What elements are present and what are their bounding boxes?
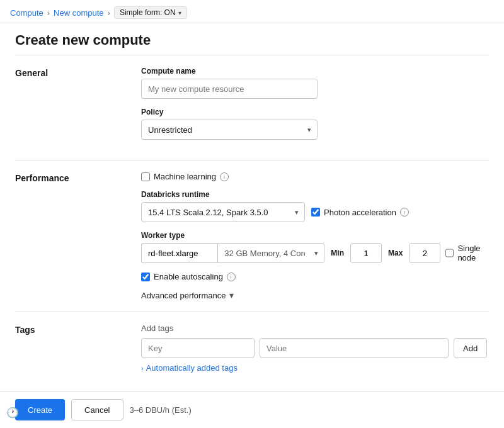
worker-specs-wrapper: 32 GB Memory, 4 Cores ▾ xyxy=(217,243,324,263)
compute-name-field: Compute name xyxy=(141,67,489,99)
machine-learning-checkbox[interactable] xyxy=(141,172,150,181)
add-tag-button[interactable]: Add xyxy=(454,338,487,358)
machine-learning-row: Machine learning i xyxy=(141,172,493,181)
worker-name-select[interactable]: rd-fleet.xlarge xyxy=(141,243,217,263)
performance-section: Performance Machine learning i Databrick… xyxy=(15,160,489,312)
create-button[interactable]: Create xyxy=(15,399,65,420)
breadcrumb-compute[interactable]: Compute xyxy=(10,8,43,18)
runtime-select-wrapper: 15.4 LTS Scala 2.12, Spark 3.5.0 ▾ xyxy=(141,202,305,222)
single-node-row: Single node xyxy=(445,244,493,262)
auto-tags-row[interactable]: › Automatically added tags xyxy=(141,363,489,373)
simple-form-arrow-icon: ▾ xyxy=(178,9,181,16)
autoscaling-label: Enable autoscaling xyxy=(154,272,223,281)
performance-section-label: Performance xyxy=(15,172,141,300)
add-tags-label: Add tags xyxy=(141,324,489,333)
min-max-row: Min Max xyxy=(331,243,440,263)
photon-info-icon[interactable]: i xyxy=(400,208,409,217)
autoscaling-info-icon[interactable]: i xyxy=(227,273,236,281)
policy-field: Policy Unrestricted ▾ xyxy=(141,108,489,140)
photon-checkbox[interactable] xyxy=(311,208,320,217)
breadcrumb-sep-2: › xyxy=(108,8,110,18)
policy-select[interactable]: Unrestricted xyxy=(141,120,318,140)
breadcrumb-new-compute[interactable]: New compute xyxy=(54,8,103,18)
auto-tags-label: Automatically added tags xyxy=(146,363,238,373)
auto-tags-arrow-icon: › xyxy=(141,364,144,372)
photon-row: Photon acceleration i xyxy=(311,208,409,217)
autoscaling-row: Enable autoscaling i xyxy=(141,272,493,281)
worker-type-label: Worker type xyxy=(141,231,493,240)
databricks-runtime-row: 15.4 LTS Scala 2.12, Spark 3.5.0 ▾ Photo… xyxy=(141,202,493,222)
worker-type-row: rd-fleet.xlarge 32 GB Memory, 4 Cores ▾ … xyxy=(141,243,493,263)
policy-label: Policy xyxy=(141,108,489,116)
tag-value-input[interactable] xyxy=(260,338,449,358)
worker-specs-select[interactable]: 32 GB Memory, 4 Cores xyxy=(217,243,324,263)
single-node-checkbox[interactable] xyxy=(445,249,454,257)
tags-inputs-row: Add xyxy=(141,338,489,358)
worker-type-field: Worker type rd-fleet.xlarge 32 GB Memory… xyxy=(141,231,493,263)
cancel-button[interactable]: Cancel xyxy=(71,399,123,420)
runtime-select[interactable]: 15.4 LTS Scala 2.12, Spark 3.5.0 xyxy=(141,202,305,222)
advanced-performance-chevron-icon: ▾ xyxy=(229,290,234,300)
compute-name-input[interactable] xyxy=(141,79,318,99)
tag-key-input[interactable] xyxy=(141,338,255,358)
general-section-label: General xyxy=(15,67,141,149)
machine-learning-info-icon[interactable]: i xyxy=(220,172,229,181)
clock-icon: 🕐 xyxy=(6,407,19,419)
photon-label: Photon acceleration xyxy=(324,208,396,217)
general-section-content: Compute name Policy Unrestricted ▾ xyxy=(141,67,489,149)
single-node-label: Single node xyxy=(457,244,493,262)
tags-section-label: Tags xyxy=(15,324,141,373)
breadcrumb-sep-1: › xyxy=(47,8,50,18)
autoscaling-checkbox[interactable] xyxy=(141,273,150,281)
databricks-runtime-label: Databricks runtime xyxy=(141,190,493,199)
footer: Create Cancel 3–6 DBU/h (Est.) xyxy=(0,391,504,428)
max-label: Max xyxy=(388,249,403,257)
machine-learning-label: Machine learning xyxy=(154,172,216,181)
dbu-estimate: 3–6 DBU/h (Est.) xyxy=(130,405,192,415)
tags-section: Tags Add tags Add › Automatically added … xyxy=(15,312,489,384)
max-input[interactable] xyxy=(409,243,440,263)
page-title: Create new compute xyxy=(0,23,504,55)
general-section: General Compute name Policy Unrestricted… xyxy=(15,55,489,160)
policy-select-wrapper: Unrestricted ▾ xyxy=(141,120,318,140)
min-label: Min xyxy=(331,249,344,257)
performance-section-content: Machine learning i Databricks runtime 15… xyxy=(141,172,493,300)
advanced-performance-label: Advanced performance xyxy=(141,291,226,300)
min-input[interactable] xyxy=(350,243,382,263)
advanced-performance-row[interactable]: Advanced performance ▾ xyxy=(141,290,493,300)
tags-section-content: Add tags Add › Automatically added tags xyxy=(141,324,489,373)
compute-name-label: Compute name xyxy=(141,67,489,76)
simple-form-toggle[interactable]: Simple form: ON ▾ xyxy=(114,6,187,19)
databricks-runtime-field: Databricks runtime 15.4 LTS Scala 2.12, … xyxy=(141,190,493,222)
